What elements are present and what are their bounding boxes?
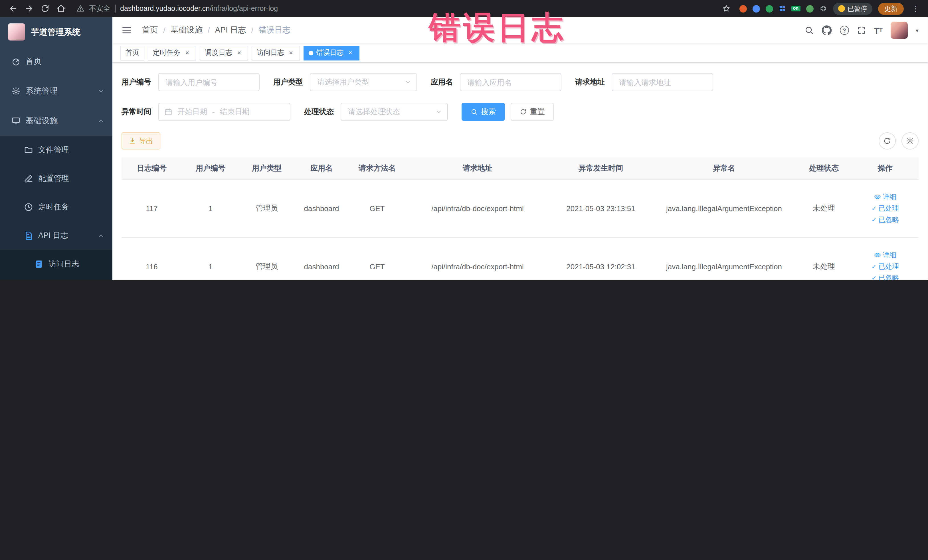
- column-settings-button[interactable]: [902, 132, 919, 150]
- tab-schedule-logs[interactable]: 调度日志×: [200, 45, 248, 60]
- sidebar-item-file-management[interactable]: 文件管理: [0, 136, 112, 164]
- url-divider: [115, 5, 116, 12]
- column-header: 操作: [852, 157, 919, 179]
- extension-icon-1[interactable]: [739, 5, 746, 12]
- search-button[interactable]: 搜索: [462, 103, 505, 121]
- process-status-label: 处理状态: [304, 107, 334, 117]
- breadcrumb-item[interactable]: API 日志: [215, 25, 246, 35]
- column-header: 请求方法名: [349, 157, 406, 179]
- url-field[interactable]: 不安全 dashboard.yudao.iocoder.cn/infra/log…: [76, 4, 717, 14]
- sidebar-item-scheduled-tasks[interactable]: 定时任务: [0, 193, 112, 221]
- extension-grid-icon[interactable]: [778, 5, 785, 12]
- close-icon[interactable]: ×: [346, 49, 354, 57]
- refresh-icon: [520, 108, 527, 115]
- font-size-icon[interactable]: TT: [874, 26, 883, 35]
- chevron-down-icon: [435, 108, 442, 115]
- sidebar-item-access-logs[interactable]: 访问日志: [0, 250, 112, 278]
- breadcrumb-item[interactable]: 基础设施: [171, 25, 203, 35]
- refresh-button[interactable]: [879, 132, 896, 150]
- sidebar-item-label: API 日志: [38, 230, 68, 241]
- gear-icon: [11, 87, 21, 96]
- chevron-up-icon: [98, 117, 104, 124]
- reset-button[interactable]: 重置: [511, 103, 554, 121]
- calendar-icon: [164, 108, 172, 116]
- breadcrumb-separator: /: [251, 26, 253, 35]
- sidebar-collapse-icon[interactable]: [122, 25, 132, 35]
- extension-on-badge[interactable]: on: [791, 6, 800, 11]
- browser-menu-icon[interactable]: ⋮: [910, 4, 922, 13]
- date-separator: -: [212, 108, 215, 116]
- sidebar-item-api-logs[interactable]: API 日志: [0, 221, 112, 250]
- close-icon[interactable]: ×: [287, 49, 295, 57]
- browser-address-bar: 不安全 dashboard.yudao.iocoder.cn/infra/log…: [0, 0, 928, 17]
- bookmark-star-icon[interactable]: [719, 1, 733, 16]
- browser-update-button[interactable]: 更新: [878, 3, 904, 15]
- app-name-label: 应用名: [431, 77, 453, 87]
- help-icon[interactable]: ?: [839, 26, 849, 35]
- close-icon[interactable]: ×: [183, 49, 191, 57]
- fullscreen-icon[interactable]: [857, 26, 866, 35]
- column-header: 用户编号: [182, 157, 239, 179]
- column-header: 异常名: [652, 157, 796, 179]
- github-icon[interactable]: [821, 25, 832, 35]
- app-logo[interactable]: 芋道管理系统: [0, 17, 112, 47]
- app-title: 芋道管理系统: [31, 26, 81, 37]
- extension-icon-3[interactable]: [765, 5, 773, 12]
- user-type-label: 用户类型: [273, 77, 303, 87]
- sidebar-item-error-logs[interactable]: 错误日志: [0, 278, 112, 280]
- export-button[interactable]: 导出: [122, 132, 160, 150]
- breadcrumb-item[interactable]: 首页: [142, 25, 158, 35]
- eye-icon: [874, 194, 881, 200]
- close-icon[interactable]: ×: [235, 49, 243, 57]
- browser-reload-icon[interactable]: [38, 1, 52, 16]
- check-icon: ✓: [872, 217, 877, 223]
- column-header: 请求地址: [406, 157, 549, 179]
- action-detail[interactable]: 详细: [874, 192, 896, 202]
- search-icon[interactable]: [804, 26, 814, 35]
- profile-paused-badge[interactable]: 已暂停: [833, 3, 872, 15]
- clock-icon: [24, 203, 33, 212]
- sidebar-item-config-management[interactable]: 配置管理: [0, 164, 112, 193]
- user-type-select[interactable]: 请选择用户类型: [310, 73, 417, 91]
- browser-forward-icon[interactable]: [22, 1, 37, 16]
- not-secure-warning-icon: [76, 5, 84, 12]
- filter-row-1: 用户编号 用户类型 请选择用户类型 应用名: [122, 73, 919, 91]
- action-mark-processed[interactable]: ✓已处理: [872, 262, 899, 271]
- tab-access-logs[interactable]: 访问日志×: [252, 45, 300, 60]
- table-header-row: 日志编号 用户编号 用户类型 应用名 请求方法名 请求地址 异常发生时间 异常名…: [122, 157, 919, 179]
- process-status-select[interactable]: 请选择处理状态: [340, 103, 448, 121]
- log-icon: [24, 231, 33, 240]
- request-url-input[interactable]: [612, 73, 713, 91]
- browser-back-icon[interactable]: [6, 1, 21, 16]
- action-mark-ignored[interactable]: ✓已忽略: [872, 273, 899, 280]
- action-detail[interactable]: 详细: [874, 250, 896, 260]
- extensions-puzzle-icon[interactable]: [819, 5, 827, 12]
- chevron-down-icon[interactable]: ▾: [916, 27, 919, 34]
- screenshot-root: 不安全 dashboard.yudao.iocoder.cn/infra/log…: [0, 0, 928, 280]
- table-row: 116 1 管理员 dashboard GET /api/infra/db-do…: [122, 237, 919, 280]
- browser-home-icon[interactable]: [53, 1, 69, 16]
- dashboard-icon: [11, 57, 21, 66]
- sidebar-item-home[interactable]: 首页: [0, 47, 112, 76]
- tab-scheduled-tasks[interactable]: 定时任务×: [148, 45, 196, 60]
- action-mark-ignored[interactable]: ✓已忽略: [872, 215, 899, 224]
- start-date-placeholder: 开始日期: [177, 107, 207, 117]
- app-name-input[interactable]: [460, 73, 562, 91]
- sidebar-item-system-management[interactable]: 系统管理: [0, 76, 112, 106]
- tab-home[interactable]: 首页: [121, 45, 144, 60]
- avatar[interactable]: [891, 22, 908, 39]
- sidebar-item-infrastructure[interactable]: 基础设施: [0, 106, 112, 136]
- active-tab-dot: [309, 50, 313, 55]
- profile-face-icon: [838, 5, 845, 12]
- extension-icon-2[interactable]: [752, 5, 760, 12]
- exception-time-range-picker[interactable]: 开始日期 - 结束日期: [158, 103, 290, 121]
- user-id-input[interactable]: [158, 73, 259, 91]
- navbar-actions: ? TT ▾: [804, 22, 919, 39]
- action-mark-processed[interactable]: ✓已处理: [872, 203, 899, 213]
- sidebar-item-label: 系统管理: [26, 86, 58, 96]
- page-url: dashboard.yudao.iocoder.cn/infra/log/api…: [120, 5, 278, 12]
- check-icon: ✓: [872, 205, 877, 211]
- extension-icon-4[interactable]: [806, 5, 814, 12]
- check-icon: ✓: [872, 263, 877, 270]
- tab-error-logs[interactable]: 错误日志×: [304, 45, 359, 60]
